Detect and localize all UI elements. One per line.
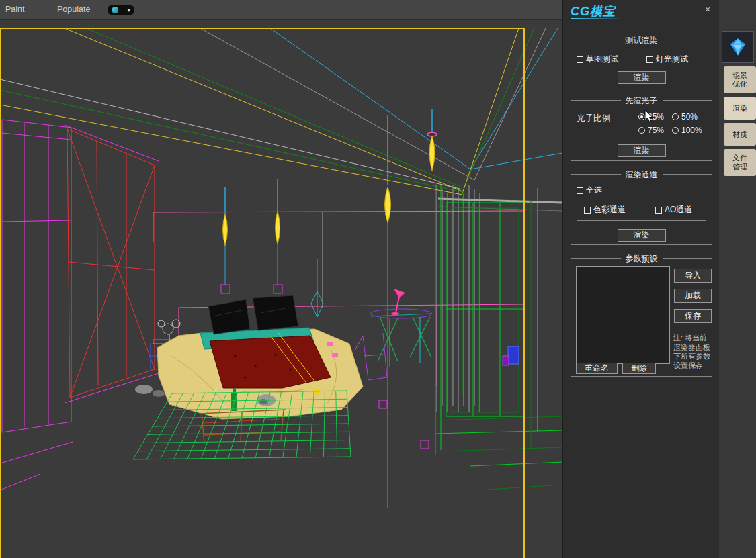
preset-list[interactable] bbox=[576, 266, 670, 364]
radio-label: 50% bbox=[681, 112, 698, 122]
save-button[interactable]: 保存 bbox=[674, 309, 712, 323]
application-window: Paint Populate ▾ bbox=[0, 0, 756, 558]
group-title: 先渲光子 bbox=[621, 95, 663, 107]
toolbar-dropdown-button[interactable]: ▾ bbox=[108, 5, 134, 15]
menu-item-populate[interactable]: Populate bbox=[57, 0, 90, 19]
load-button[interactable]: 加载 bbox=[674, 289, 712, 303]
tab-file-manage[interactable]: 文件 管理 bbox=[724, 149, 756, 176]
radio-25[interactable]: 25% bbox=[638, 112, 664, 121]
dock-strip: 场景 优化 渲染 材质 文件 管理 bbox=[719, 0, 756, 558]
group-title: 渲染通道 bbox=[621, 169, 663, 181]
checkbox-icon bbox=[577, 187, 583, 194]
tab-label: 管理 bbox=[732, 162, 747, 171]
menu-item-paint[interactable]: Paint bbox=[5, 0, 25, 19]
render-button-channels[interactable]: 渲染 bbox=[618, 229, 666, 242]
channels-subpanel: 色彩通道 AO通道 bbox=[577, 199, 706, 221]
tab-material[interactable]: 材质 bbox=[724, 123, 756, 146]
radio-icon bbox=[672, 113, 679, 120]
render-button-photon[interactable]: 渲染 bbox=[618, 144, 666, 157]
checkbox-label: 灯光测试 bbox=[656, 54, 688, 65]
tool-icon bbox=[112, 7, 118, 13]
import-button[interactable]: 导入 bbox=[674, 269, 712, 283]
plugin-gem-button[interactable] bbox=[722, 31, 754, 63]
delete-button[interactable]: 删除 bbox=[622, 363, 656, 374]
radio-label: 75% bbox=[648, 126, 664, 135]
radio-label: 25% bbox=[648, 112, 664, 122]
checkbox-light-test[interactable]: 灯光测试 bbox=[646, 55, 688, 64]
gem-icon bbox=[726, 36, 749, 58]
tab-label: 优化 bbox=[732, 80, 747, 89]
viewport-3d[interactable] bbox=[0, 20, 562, 558]
checkbox-label: 草图测试 bbox=[586, 54, 618, 65]
checkbox-sketch-test[interactable]: 草图测试 bbox=[577, 55, 618, 64]
checkbox-icon bbox=[577, 56, 583, 63]
tab-label: 材质 bbox=[732, 130, 747, 139]
radio-50[interactable]: 50% bbox=[672, 112, 698, 121]
render-button-test[interactable]: 渲染 bbox=[618, 71, 666, 84]
tab-scene-optimize[interactable]: 场景 优化 bbox=[724, 66, 756, 93]
checkbox-label: AO通道 bbox=[665, 204, 692, 216]
logo-underline bbox=[571, 18, 624, 19]
tab-render[interactable]: 渲染 bbox=[724, 97, 756, 120]
checkbox-label: 色彩通道 bbox=[593, 204, 626, 216]
checkbox-icon bbox=[584, 207, 591, 214]
tab-label: 文件 bbox=[732, 154, 747, 162]
checkbox-icon bbox=[646, 56, 653, 63]
rename-button[interactable]: 重命名 bbox=[576, 363, 618, 374]
radio-75[interactable]: 75% bbox=[638, 126, 664, 134]
checkbox-icon bbox=[655, 207, 662, 214]
radio-label: 100% bbox=[681, 126, 702, 135]
group-test-render: 测试渲染 草图测试 灯光测试 渲染 bbox=[571, 40, 712, 87]
preset-note: 注: 将当前 渲染器面板 下所有参数 设置保存 bbox=[673, 334, 710, 370]
radio-icon bbox=[672, 127, 679, 134]
wireframe-scene bbox=[0, 20, 562, 558]
tab-label: 场景 bbox=[732, 71, 747, 80]
radio-icon bbox=[638, 113, 645, 120]
radio-100[interactable]: 100% bbox=[672, 126, 702, 134]
group-title: 参数预设 bbox=[621, 253, 663, 265]
chevron-down-icon: ▾ bbox=[127, 5, 130, 15]
radio-icon bbox=[638, 127, 645, 134]
checkbox-label: 全选 bbox=[586, 185, 602, 196]
group-presets: 参数预设 导入 加载 保存 注: 将当前 渲染器面板 下所有参数 设置保存 重命… bbox=[571, 258, 712, 377]
checkbox-color-channel[interactable]: 色彩通道 bbox=[584, 205, 626, 214]
group-photon: 先渲光子 光子比例 25% 50% 75% 100% 渲染 bbox=[571, 100, 712, 161]
group-title: 测试渲染 bbox=[621, 35, 663, 46]
checkbox-ao-channel[interactable]: AO通道 bbox=[655, 205, 692, 214]
tab-label: 渲染 bbox=[732, 104, 747, 113]
plugin-panel: CG模宝 × 测试渲染 草图测试 灯光测试 渲染 先渲光子 光子比例 25% bbox=[562, 0, 719, 558]
checkbox-select-all[interactable]: 全选 bbox=[577, 186, 602, 195]
photon-ratio-label: 光子比例 bbox=[577, 113, 610, 124]
plugin-logo: CG模宝 bbox=[571, 3, 616, 19]
close-icon[interactable]: × bbox=[702, 4, 713, 15]
group-channels: 渲染通道 全选 色彩通道 AO通道 渲染 bbox=[571, 174, 712, 245]
